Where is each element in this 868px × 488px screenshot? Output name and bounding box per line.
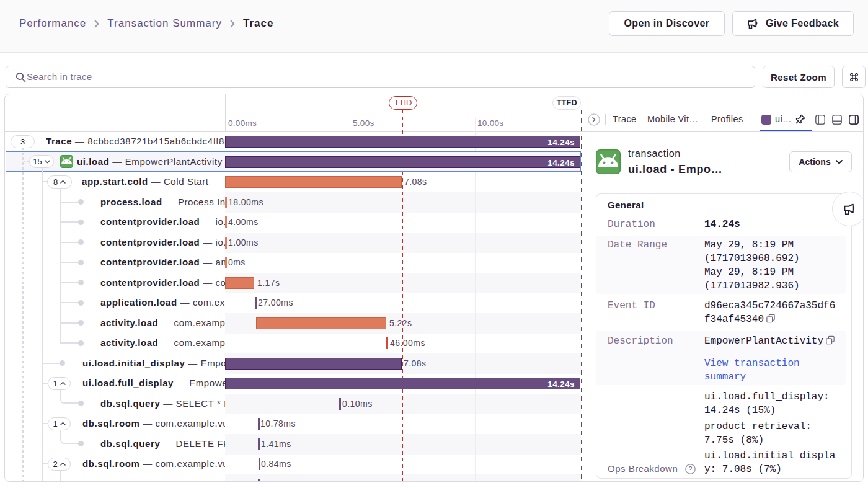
svg-text:?: ?	[689, 466, 693, 472]
